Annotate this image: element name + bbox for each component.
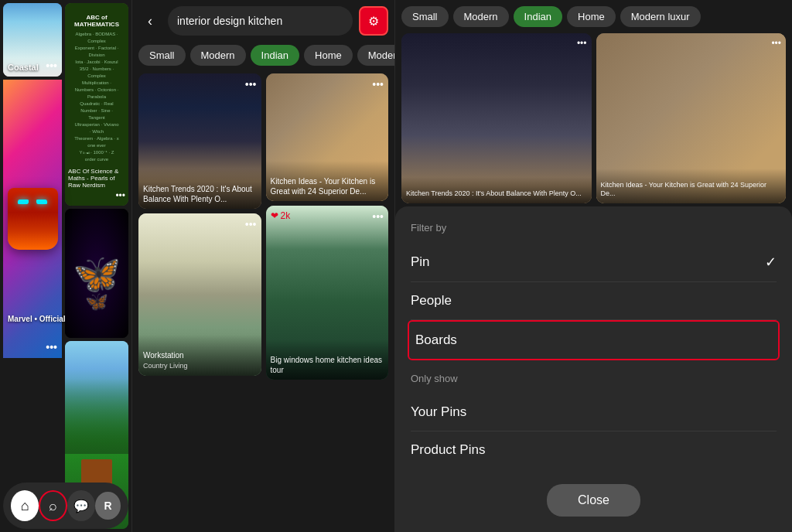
pins-grid: Kitchen Trends 2020 : It's About Balance… — [132, 69, 394, 532]
coastal-more-icon[interactable]: ••• — [46, 60, 57, 72]
math-label: ABC Of Science & Maths - Pearls of Raw N… — [68, 168, 128, 189]
search-bar: ‹ interior design kitchen ⚙ — [132, 0, 394, 42]
chip-small[interactable]: Small — [138, 45, 186, 66]
pin-item-kitchen2[interactable]: Kitchen Ideas - Your Kitchen is Great wi… — [266, 73, 389, 201]
butterfly-pin[interactable]: 🦋 🦋 — [65, 209, 128, 338]
ironman-pin[interactable]: Marvel • Official Art Showcase ••• — [3, 80, 62, 358]
filter-product-pins-label: Product Pins — [411, 442, 485, 458]
left-column: Coastal ••• Marvel • Official Art Showca… — [3, 3, 62, 529]
math-more-icon[interactable]: ••• — [115, 190, 125, 201]
filter-overlay: Filter by Pin ✓ People Boards Only show … — [395, 206, 792, 532]
pins-column-2: Kitchen Ideas - Your Kitchen is Great wi… — [266, 73, 389, 527]
butterfly-icon: 🦋 — [73, 251, 121, 296]
filter-by-title: Filter by — [411, 222, 777, 234]
chip-modern[interactable]: Modern — [190, 45, 246, 66]
math-pin[interactable]: ABC of MATHEMATICS Algebra · BODMAS · Co… — [65, 3, 128, 206]
pins-column-1: Kitchen Trends 2020 : It's About Balance… — [138, 73, 261, 527]
search-input-container: interior design kitchen — [168, 6, 353, 36]
right-pin1-label: Kitchen Trends 2020 : It's About Balance… — [401, 177, 592, 203]
coastal-pin[interactable]: Coastal ••• — [3, 3, 62, 77]
pin1-more[interactable]: ••• — [245, 78, 257, 90]
search-nav-button[interactable]: ⌕ — [39, 490, 67, 521]
pin3-label: Workstation Country Living — [138, 335, 261, 376]
right-pin2-label: Kitchen Ideas - Your Kitchen is Great wi… — [596, 169, 787, 203]
filter-people-label: People — [411, 293, 452, 309]
right-chip-small[interactable]: Small — [401, 6, 449, 27]
right-chip-indian[interactable]: Indian — [514, 6, 562, 27]
coastal-label: Coastal — [8, 63, 39, 72]
only-show-section: Only show Your Pins Product Pins — [411, 373, 777, 469]
right-chip-home[interactable]: Home — [567, 6, 616, 27]
messages-nav-button[interactable]: 💬 — [67, 490, 95, 521]
right-pin-kitchen2[interactable]: Kitchen Ideas - Your Kitchen is Great wi… — [596, 33, 787, 203]
pin2-more[interactable]: ••• — [372, 78, 384, 90]
right-chip-modern[interactable]: Modern — [453, 6, 509, 27]
right-pin2-more[interactable]: ••• — [771, 38, 781, 49]
middle-panel: ‹ interior design kitchen ⚙ Small Modern… — [131, 0, 394, 532]
filter-pin-check: ✓ — [765, 254, 777, 271]
right-chip-modern-luxur[interactable]: Modern luxur — [620, 6, 701, 27]
right-panel: Small Modern Indian Home Modern luxur Ki… — [394, 0, 792, 532]
chip-modern-luxur[interactable]: Modern luxur — [357, 45, 394, 66]
right-column: ABC of MATHEMATICS Algebra · BODMAS · Co… — [65, 3, 128, 529]
pin4-like: ❤ 2k — [271, 210, 291, 221]
filter-boards-label: Boards — [415, 332, 457, 348]
filter-your-pins-label: Your Pins — [411, 404, 466, 420]
chip-indian[interactable]: Indian — [251, 45, 299, 66]
pin1-label: Kitchen Trends 2020 : It's About Balance… — [138, 169, 261, 209]
bottom-nav: ⌂ ⌕ 💬 R — [3, 483, 128, 529]
filter-option-pin[interactable]: Pin ✓ — [411, 243, 777, 282]
pin4-more[interactable]: ••• — [372, 210, 384, 223]
pin3-more[interactable]: ••• — [245, 218, 257, 230]
filter-option-people[interactable]: People — [411, 282, 777, 320]
filter-chips: Small Modern Indian Home Modern luxur — [132, 42, 394, 69]
filter-option-boards[interactable]: Boards — [408, 320, 780, 360]
search-input[interactable]: interior design kitchen — [177, 15, 343, 27]
close-button[interactable]: Close — [547, 484, 640, 517]
home-nav-button[interactable]: ⌂ — [11, 490, 39, 521]
pin2-label: Kitchen Ideas - Your Kitchen is Great wi… — [266, 161, 389, 201]
filter-option-product-pins[interactable]: Product Pins — [411, 431, 777, 469]
right-filter-chips: Small Modern Indian Home Modern luxur — [395, 0, 792, 33]
right-pins-grid: Kitchen Trends 2020 : It's About Balance… — [395, 33, 792, 203]
profile-nav-button[interactable]: R — [95, 492, 121, 520]
filter-option-your-pins[interactable]: Your Pins — [411, 394, 777, 431]
left-panel: Coastal ••• Marvel • Official Art Showca… — [0, 0, 131, 532]
back-button[interactable]: ‹ — [138, 9, 162, 32]
pin-item-kitchen4[interactable]: ❤ 2k Big windows home kitchen ideas tour… — [266, 206, 389, 380]
pin-item-kitchen1[interactable]: Kitchen Trends 2020 : It's About Balance… — [138, 73, 261, 209]
right-pin1-more[interactable]: ••• — [577, 38, 587, 49]
close-button-container: Close — [411, 484, 777, 517]
filter-pin-label: Pin — [411, 254, 430, 270]
chip-home[interactable]: Home — [304, 45, 353, 66]
right-pin-kitchen1[interactable]: Kitchen Trends 2020 : It's About Balance… — [401, 33, 592, 203]
pin4-label: Big windows home kitchen ideas tour — [266, 339, 389, 380]
only-show-title: Only show — [411, 373, 777, 384]
filter-button[interactable]: ⚙ — [359, 6, 388, 36]
pin-item-kitchen3[interactable]: Workstation Country Living ••• — [138, 213, 261, 376]
